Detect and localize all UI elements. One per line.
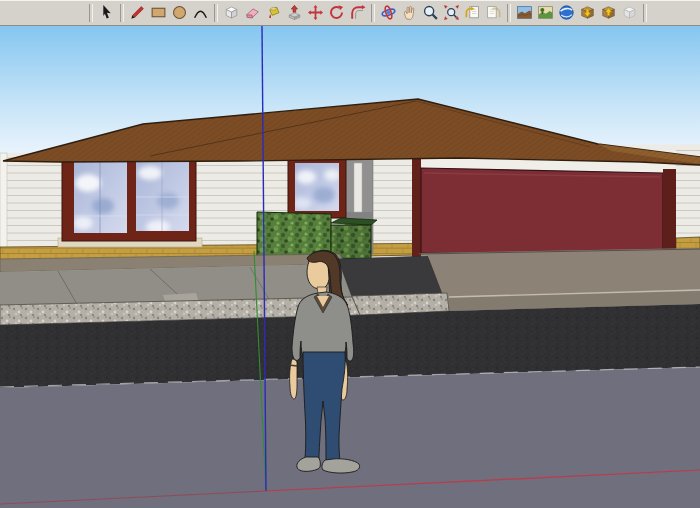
toggle-terrain-button[interactable] <box>535 2 556 24</box>
get-models-icon <box>579 4 596 21</box>
pan-icon <box>401 4 418 21</box>
toolbar-separator <box>371 4 375 22</box>
offset-tool-button[interactable] <box>347 2 368 24</box>
share-model-icon <box>600 4 617 21</box>
next-view-icon <box>485 4 502 21</box>
entry-door[interactable] <box>354 163 362 212</box>
toolbar-separator <box>89 4 93 22</box>
zoom-tool-button[interactable] <box>420 2 441 24</box>
main-toolbar <box>0 0 700 26</box>
circle-tool-button[interactable] <box>169 2 190 24</box>
arc-tool-button[interactable] <box>190 2 211 24</box>
share-model-button[interactable] <box>598 2 619 24</box>
offset-icon <box>349 4 366 21</box>
rectangle-tool-button[interactable] <box>148 2 169 24</box>
paint-bucket-icon <box>265 4 282 21</box>
toolbar-separator <box>507 4 511 22</box>
move-icon <box>307 4 324 21</box>
garage-door[interactable] <box>421 168 663 253</box>
zoom-extents-button[interactable] <box>441 2 462 24</box>
toolbar-separator <box>643 4 647 22</box>
rotate-tool-button[interactable] <box>326 2 347 24</box>
line-tool-button[interactable] <box>127 2 148 24</box>
model-scene <box>0 26 700 508</box>
toggle-terrain-icon <box>537 4 554 21</box>
driveway[interactable] <box>419 248 700 311</box>
zoom-extents-icon <box>443 4 460 21</box>
select-icon <box>98 4 115 21</box>
eraser-icon <box>244 4 261 21</box>
get-current-view-icon <box>516 4 533 21</box>
person-shoe-right <box>322 459 360 473</box>
previous-view-button[interactable] <box>462 2 483 24</box>
zoom-icon <box>422 4 439 21</box>
3d-viewport[interactable] <box>0 26 700 508</box>
sketchup-window <box>0 0 700 508</box>
next-view-button[interactable] <box>483 2 504 24</box>
previous-view-icon <box>464 4 481 21</box>
toolbar-spacer <box>0 0 86 25</box>
eraser-tool-button[interactable] <box>242 2 263 24</box>
disabled-tool-button[interactable] <box>619 2 640 24</box>
arc-icon <box>192 4 209 21</box>
paint-bucket-button[interactable] <box>263 2 284 24</box>
move-tool-button[interactable] <box>305 2 326 24</box>
entry-garage-post <box>412 151 421 258</box>
orbit-icon <box>380 4 397 21</box>
orbit-tool-button[interactable] <box>378 2 399 24</box>
disabled-tool-icon <box>621 4 638 21</box>
get-current-view-button[interactable] <box>514 2 535 24</box>
google-earth-icon <box>558 4 575 21</box>
google-earth-button[interactable] <box>556 2 577 24</box>
toolbar-separator <box>214 4 218 22</box>
select-tool-button[interactable] <box>96 2 117 24</box>
push-pull-button[interactable] <box>284 2 305 24</box>
push-pull-icon <box>286 4 303 21</box>
get-models-button[interactable] <box>577 2 598 24</box>
make-component-icon <box>223 4 240 21</box>
line-icon <box>129 4 146 21</box>
rectangle-icon <box>150 4 167 21</box>
garage-jamb <box>663 169 676 252</box>
circle-icon <box>171 4 188 21</box>
make-component-button[interactable] <box>221 2 242 24</box>
pan-tool-button[interactable] <box>399 2 420 24</box>
toolbar-separator <box>120 4 124 22</box>
rotate-icon <box>328 4 345 21</box>
